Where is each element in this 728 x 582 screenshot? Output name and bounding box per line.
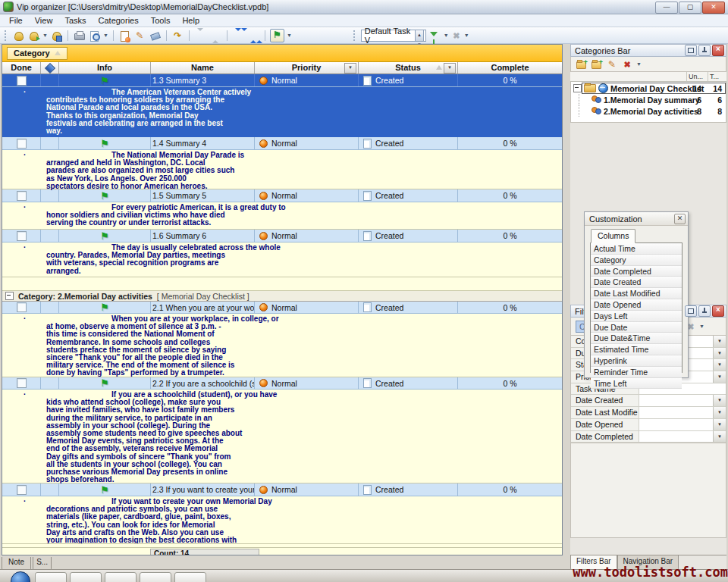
tree-collapse-icon[interactable] (573, 84, 582, 92)
column-item[interactable]: Reminder Time (591, 367, 682, 378)
task-note[interactable]: · If you want to create your own Memoria… (2, 496, 562, 544)
column-item[interactable]: Days Left (591, 311, 682, 322)
new-subcategory-icon[interactable]: + (591, 59, 603, 70)
view-dropdown-icon[interactable]: ▼ (444, 33, 449, 38)
taskbar-button[interactable] (105, 572, 136, 582)
taskbar-button[interactable] (174, 572, 206, 582)
move-down-icon[interactable] (194, 30, 207, 42)
panel-pin-icon[interactable] (698, 305, 711, 317)
new-category-icon[interactable]: + (576, 59, 588, 70)
column-item[interactable]: Category (591, 255, 682, 266)
column-item[interactable]: Date Opened (591, 299, 682, 311)
task-row[interactable]: ⚑ 1.3 Summary 3 Normal Created 0 % (2, 74, 562, 87)
close-button[interactable]: ✕ (702, 2, 725, 14)
tab-columns[interactable]: Columns (591, 229, 635, 243)
tab-note[interactable]: Note (2, 557, 31, 570)
done-checkbox[interactable] (17, 378, 27, 388)
combo-spinner-icon[interactable]: ▲▼ (415, 30, 424, 42)
move-up-icon[interactable] (209, 30, 222, 42)
flag-dropdown-icon[interactable]: ▼ (287, 33, 292, 38)
menu-categories[interactable]: Categories (93, 15, 145, 26)
column-item[interactable]: Due Date&Time (591, 333, 682, 344)
minimize-button[interactable]: — (655, 2, 678, 14)
header-done[interactable]: Done (2, 62, 41, 74)
start-orb-icon[interactable] (11, 571, 30, 582)
task-row[interactable]: ⚑ 2.3 If you want to create your own Nor… (2, 483, 562, 496)
tree-row-category[interactable]: 2.Memorial Day activities 88 (571, 105, 726, 117)
open-database-icon[interactable] (27, 30, 40, 42)
header-complete[interactable]: Complete (458, 62, 562, 74)
done-checkbox[interactable] (17, 231, 27, 241)
status-filter-dropdown[interactable]: ▼ (444, 63, 456, 74)
done-checkbox[interactable] (17, 302, 27, 312)
done-checkbox[interactable] (17, 485, 27, 495)
toolbar-grip[interactable] (5, 30, 8, 41)
column-item[interactable]: Date Created (591, 277, 682, 288)
expand-all-icon[interactable] (232, 30, 245, 42)
task-note[interactable]: · For every patriotic American, it is a … (2, 202, 562, 230)
tree-row-root[interactable]: Memorial Day Checklist 1414 (571, 83, 726, 94)
print-preview-icon[interactable] (88, 30, 101, 42)
tab-s[interactable]: S... (33, 557, 52, 570)
task-note[interactable]: · The American Veterans Center actively … (2, 87, 562, 137)
edit-task-icon[interactable]: ✎ (133, 30, 146, 42)
tree-row-category[interactable]: 1.Memorial Day summary 66 (571, 94, 726, 105)
task-row[interactable]: ⚑ 1.6 Summary 6 Normal Created 0 % (2, 230, 562, 242)
collapse-group-icon[interactable] (5, 292, 14, 300)
flag-filter-icon[interactable]: ⚑ (270, 29, 284, 42)
filter-dropdown-button[interactable]: ▼ (713, 336, 726, 347)
clear-view-icon[interactable]: ✖ (451, 30, 462, 42)
task-note[interactable]: · When you are at your workplace, in col… (2, 314, 562, 377)
filter-value[interactable] (639, 431, 713, 443)
task-row[interactable]: ⚑ 1.4 Summary 4 Normal Created 0 % (2, 137, 562, 150)
task-row[interactable]: ⚑ 2.1 When you are at your workplace, No… (2, 302, 562, 314)
filter-dropdown-button[interactable]: ▼ (713, 359, 726, 371)
column-item[interactable]: Actual Time (591, 243, 682, 255)
save-database-icon[interactable] (50, 30, 63, 42)
edit-category-icon[interactable]: ✎ (606, 59, 618, 70)
print-dropdown-icon[interactable]: ▼ (103, 33, 108, 38)
task-note[interactable]: · If you are a schoolchild (student), or… (2, 390, 562, 483)
filter-dropdown-button[interactable]: ▼ (713, 407, 726, 418)
filter-dropdown-button[interactable]: ▼ (713, 395, 726, 406)
filter-dropdown-button[interactable]: ▼ (713, 431, 726, 443)
priority-filter-dropdown[interactable]: ▼ (344, 63, 356, 74)
column-item[interactable]: Date Last Modified (591, 288, 682, 299)
menu-view[interactable]: View (29, 15, 59, 26)
column-item[interactable]: Time Left (591, 378, 682, 390)
filter-dropdown-button[interactable]: ▼ (713, 419, 726, 430)
task-row[interactable]: ⚑ 1.5 Summary 5 Normal Created 0 % (2, 189, 562, 202)
delete-task-icon[interactable] (149, 30, 162, 42)
column-item[interactable]: Date Completed (591, 266, 682, 277)
task-row[interactable]: ⚑ 2.2 If you are a schoolchild (student)… (2, 377, 562, 390)
taskbar-button[interactable] (70, 572, 102, 582)
toolbar-grip[interactable] (353, 30, 357, 41)
menu-tools[interactable]: Tools (145, 15, 177, 26)
group-by-category-button[interactable]: Category (7, 47, 67, 60)
apply-view-icon[interactable] (428, 30, 441, 42)
filter-value[interactable] (639, 395, 713, 406)
filter-value[interactable] (639, 419, 713, 430)
task-note[interactable]: · The National Memorial Day Parade is ar… (2, 150, 562, 189)
task-view-combo[interactable]: Default Task V ▲▼ (361, 30, 426, 42)
col-total[interactable]: T... (708, 72, 726, 81)
open-dropdown-icon[interactable]: ▼ (42, 33, 48, 38)
taskbar-button[interactable] (140, 572, 171, 582)
menu-tasks[interactable]: Tasks (58, 15, 92, 26)
panel-close-icon[interactable] (712, 305, 724, 317)
filter-dropdown-button[interactable]: ▼ (713, 371, 726, 383)
taskbar-button[interactable] (35, 572, 67, 582)
column-item[interactable]: Estimated Time (591, 344, 682, 355)
print-icon[interactable] (73, 30, 86, 42)
done-checkbox[interactable] (17, 76, 27, 86)
header-name[interactable]: Name (151, 62, 255, 74)
header-status[interactable]: Status▼ (359, 62, 458, 74)
panel-restore-icon[interactable] (685, 45, 697, 56)
menu-file[interactable]: File (3, 15, 29, 26)
maximize-button[interactable]: ▢ (679, 2, 701, 14)
new-task-icon[interactable] (118, 30, 131, 42)
menu-help[interactable]: Help (176, 15, 206, 26)
collapse-all-icon[interactable] (247, 30, 260, 42)
new-database-icon[interactable] (12, 30, 25, 42)
category-group-row[interactable]: Category: 2.Memorial Day activities [ Me… (2, 291, 562, 302)
